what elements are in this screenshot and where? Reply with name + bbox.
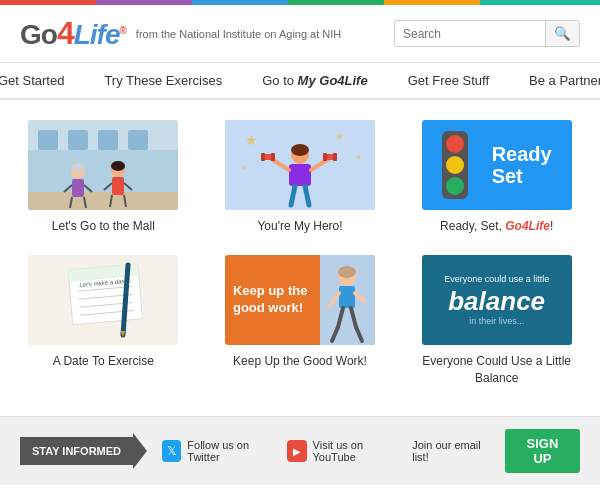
- card-keepup-image: Keep up the good work!: [225, 255, 375, 345]
- svg-point-20: [111, 161, 125, 171]
- card-balance[interactable]: Everyone could use a little balance in t…: [413, 255, 580, 387]
- card-keepup[interactable]: Keep up the good work!: [217, 255, 384, 387]
- svg-line-53: [355, 293, 364, 301]
- keepup-figure: [320, 255, 375, 345]
- traffic-light-yellow: [446, 156, 464, 174]
- svg-rect-8: [72, 179, 84, 197]
- traffic-light: [442, 131, 468, 199]
- card-balance-title: Everyone Could Use a Little Balance: [413, 353, 580, 387]
- svg-point-50: [338, 266, 356, 278]
- email-list-text: Join our email list!: [412, 439, 490, 463]
- nav-partner[interactable]: Be a Partner: [509, 63, 600, 98]
- keepup-container: Keep up the good work!: [225, 255, 375, 345]
- balance-text-top: Everyone could use a little: [444, 274, 549, 286]
- nav-my-go4life[interactable]: Go to My Go4Life: [242, 63, 388, 98]
- keepup-person-svg: [320, 255, 375, 345]
- brand-name: Go4Life: [505, 219, 550, 233]
- stay-informed-text: STAY INFORMED: [20, 437, 133, 465]
- svg-rect-15: [112, 177, 124, 195]
- search-box: 🔍: [394, 20, 580, 47]
- svg-rect-35: [323, 153, 327, 161]
- logo-area: Go4Life® from the National Institute on …: [20, 15, 341, 52]
- logo-tagline: from the National Institute on Aging at …: [136, 28, 341, 40]
- nav-exercises[interactable]: Try These Exercises: [84, 63, 242, 98]
- svg-point-13: [71, 163, 85, 173]
- balance-container: Everyone could use a little balance in t…: [422, 255, 572, 345]
- twitter-text: Follow us on Twitter: [187, 439, 272, 463]
- stay-informed-area: STAY INFORMED: [20, 433, 147, 469]
- youtube-text: Visit us on YouTube: [313, 439, 398, 463]
- traffic-light-red: [446, 135, 464, 153]
- svg-line-55: [351, 308, 356, 327]
- date-illustration: Let's make a date...: [28, 255, 178, 345]
- mall-illustration: [28, 120, 178, 210]
- card-keepup-title: Keep Up the Good Work!: [233, 353, 367, 370]
- card-grid: Let's Go to the Mall ★ ★ ★ ★: [20, 120, 580, 386]
- card-mall-image: [28, 120, 178, 210]
- svg-text:★: ★: [355, 153, 362, 162]
- card-hero-image: ★ ★ ★ ★: [225, 120, 375, 210]
- traffic-light-green: [446, 177, 464, 195]
- svg-rect-6: [28, 192, 178, 210]
- card-date[interactable]: Let's make a date... A Date To Exercise: [20, 255, 187, 387]
- search-input[interactable]: [395, 22, 545, 46]
- svg-line-54: [338, 308, 343, 327]
- svg-rect-36: [333, 153, 337, 161]
- keepup-text: Keep up the good work!: [233, 283, 312, 317]
- card-date-title: A Date To Exercise: [53, 353, 154, 370]
- footer: STAY INFORMED 𝕏 Follow us on Twitter ▶ V…: [0, 416, 600, 485]
- youtube-icon: ▶: [287, 440, 306, 462]
- svg-text:★: ★: [240, 163, 247, 172]
- svg-text:★: ★: [335, 131, 344, 142]
- svg-rect-2: [38, 130, 58, 150]
- card-date-image: Let's make a date...: [28, 255, 178, 345]
- readyset-text: ReadySet: [492, 143, 552, 187]
- card-readyset-image: ReadySet: [422, 120, 572, 210]
- svg-rect-4: [98, 130, 118, 150]
- logo[interactable]: Go4Life®: [20, 15, 126, 52]
- card-readyset[interactable]: ReadySet Ready, Set, Go4Life!: [413, 120, 580, 235]
- signup-button[interactable]: SIGN UP: [505, 429, 580, 473]
- stay-arrow-icon: [133, 433, 147, 469]
- svg-rect-5: [128, 130, 148, 150]
- card-balance-image: Everyone could use a little balance in t…: [422, 255, 572, 345]
- svg-text:★: ★: [245, 132, 258, 148]
- svg-line-52: [330, 293, 339, 305]
- nav-free-stuff[interactable]: Get Free Stuff: [388, 63, 509, 98]
- svg-rect-3: [68, 130, 88, 150]
- balance-text-bottom: in their lives...: [469, 316, 524, 326]
- svg-line-56: [332, 327, 338, 341]
- balance-word: balance: [448, 288, 545, 314]
- svg-rect-28: [289, 164, 311, 186]
- card-hero[interactable]: ★ ★ ★ ★: [217, 120, 384, 235]
- svg-point-27: [291, 144, 309, 156]
- card-mall-title: Let's Go to the Mall: [52, 218, 155, 235]
- nav-get-started[interactable]: Get Started: [0, 63, 84, 98]
- header: Go4Life® from the National Institute on …: [0, 5, 600, 63]
- twitter-link[interactable]: 𝕏 Follow us on Twitter: [162, 439, 272, 463]
- card-readyset-title: Ready, Set, Go4Life!: [440, 218, 553, 235]
- youtube-link[interactable]: ▶ Visit us on YouTube: [287, 439, 397, 463]
- svg-rect-33: [271, 153, 275, 161]
- svg-line-57: [356, 327, 362, 341]
- svg-rect-32: [261, 153, 265, 161]
- card-mall[interactable]: Let's Go to the Mall: [20, 120, 187, 235]
- card-hero-title: You're My Hero!: [257, 218, 342, 235]
- keepup-text-area: Keep up the good work!: [225, 255, 320, 345]
- main-nav: Get Started Try These Exercises Go to My…: [0, 63, 600, 100]
- svg-rect-51: [339, 286, 355, 308]
- main-content: Let's Go to the Mall ★ ★ ★ ★: [0, 100, 600, 406]
- twitter-icon: 𝕏: [162, 440, 181, 462]
- hero-illustration: ★ ★ ★ ★: [225, 120, 375, 210]
- search-button[interactable]: 🔍: [545, 21, 579, 46]
